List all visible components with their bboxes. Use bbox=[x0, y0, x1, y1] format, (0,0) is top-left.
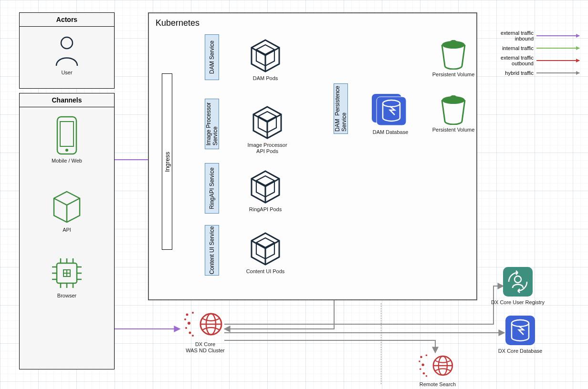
ingress-box: Ingress bbox=[162, 73, 172, 250]
legend-swatch-grey bbox=[536, 72, 579, 73]
svg-point-3 bbox=[65, 149, 68, 152]
svg-point-25 bbox=[186, 314, 189, 316]
legend-hybrid-label: hybrid traffic bbox=[505, 70, 534, 76]
remote-search-label: Remote Search bbox=[411, 381, 464, 388]
stack-icon bbox=[249, 169, 282, 205]
cluster-globe-icon bbox=[415, 352, 461, 379]
svc-dam-persist-label: DAM Persistence Service bbox=[334, 86, 347, 132]
pod-ring: RingAPI Pods bbox=[246, 169, 284, 213]
legend-ext-in: external traffic inbound bbox=[501, 30, 579, 41]
browser-label: Browser bbox=[20, 293, 114, 299]
svg-point-33 bbox=[419, 360, 420, 362]
user-registry-label: DX Core User Registry bbox=[487, 299, 549, 306]
mobile-node: Mobile / Web bbox=[20, 115, 114, 164]
actors-panel: Actors User bbox=[19, 12, 115, 89]
svg-point-36 bbox=[423, 372, 425, 375]
legend-ext-out-label: external traffic outbound bbox=[501, 55, 534, 66]
svg-point-26 bbox=[184, 318, 186, 320]
svc-img: Image Processor Service bbox=[205, 99, 219, 149]
pv1-label: Persistent Volume bbox=[430, 72, 477, 78]
ingress-label: Ingress bbox=[164, 152, 171, 172]
svc-dam-persist: DAM Persistence Service bbox=[334, 83, 348, 134]
svg-point-27 bbox=[188, 322, 190, 325]
svg-point-37 bbox=[426, 354, 428, 356]
legend-ext-out: external traffic outbound bbox=[501, 55, 579, 66]
pod-dam-label: DAM Pods bbox=[246, 75, 284, 82]
dashed-separator bbox=[381, 303, 381, 384]
legend-swatch-red bbox=[536, 60, 579, 61]
svc-ring: RingAPI Service bbox=[205, 163, 219, 214]
user-node: User bbox=[20, 34, 114, 76]
pv1: Persistent Volume bbox=[430, 40, 477, 78]
svg-point-0 bbox=[61, 37, 73, 49]
svg-point-34 bbox=[421, 363, 424, 366]
stack-icon bbox=[251, 105, 284, 140]
dx-core: DX Core WAS ND Cluster bbox=[177, 309, 234, 354]
browser-node: Browser bbox=[20, 256, 114, 299]
actors-title: Actors bbox=[20, 13, 114, 27]
svg-point-30 bbox=[192, 312, 194, 314]
legend-ext-in-label: external traffic inbound bbox=[501, 30, 534, 41]
mobile-label: Mobile / Web bbox=[20, 158, 114, 164]
pv2-label: Persistent Volume bbox=[430, 127, 477, 133]
dam-db-label: DAM Database bbox=[368, 129, 413, 135]
api-label: API bbox=[20, 227, 114, 233]
chip-icon bbox=[49, 256, 84, 291]
stack-icon bbox=[249, 231, 282, 266]
legend-swatch-purple bbox=[536, 35, 579, 36]
legend-swatch-green bbox=[536, 48, 579, 49]
svc-img-label: Image Processor Service bbox=[205, 102, 219, 146]
user-icon bbox=[52, 34, 81, 68]
dx-core-label: DX Core WAS ND Cluster bbox=[177, 341, 234, 354]
pod-img-label: Image Processor API Pods bbox=[243, 142, 291, 154]
svg-point-38 bbox=[426, 375, 428, 377]
cube-icon bbox=[51, 189, 83, 225]
channels-title: Channels bbox=[20, 93, 114, 107]
dam-db: DAM Database bbox=[368, 93, 413, 135]
svg-rect-39 bbox=[503, 267, 533, 297]
cluster-globe-icon bbox=[182, 309, 228, 339]
legend-hybrid: hybrid traffic bbox=[501, 70, 579, 76]
svg-point-28 bbox=[185, 327, 187, 329]
pod-cui-label: Content UI Pods bbox=[243, 268, 287, 275]
svc-dam-label: DAM Service bbox=[209, 41, 215, 74]
bucket-icon bbox=[439, 40, 468, 70]
svg-point-32 bbox=[420, 356, 422, 358]
dx-db-label: DX Core Database bbox=[492, 348, 549, 354]
user-sync-icon bbox=[502, 266, 534, 297]
pod-cui: Content UI Pods bbox=[243, 231, 287, 275]
kubernetes-title: Kubernetes bbox=[149, 13, 476, 33]
svg-point-35 bbox=[420, 368, 421, 370]
legend-internal-label: internal traffic bbox=[502, 45, 534, 51]
remote-search: Remote Search bbox=[411, 352, 464, 388]
api-node: API bbox=[20, 189, 114, 233]
svc-ring-label: RingAPI Service bbox=[209, 167, 215, 209]
database-icon bbox=[371, 93, 410, 127]
stack-icon bbox=[249, 38, 282, 73]
diagram-canvas: { "panels": { "actors": { "title": "Acto… bbox=[0, 0, 588, 389]
mobile-icon bbox=[54, 115, 79, 156]
pod-img: Image Processor API Pods bbox=[243, 105, 291, 154]
pod-ring-label: RingAPI Pods bbox=[246, 206, 284, 213]
dx-db: DX Core Database bbox=[492, 315, 549, 354]
channels-panel: Channels Mobile / Web API Browser bbox=[19, 93, 115, 369]
svc-cui-label: Content UI Service bbox=[209, 226, 215, 275]
svc-cui: Content UI Service bbox=[205, 225, 219, 276]
legend: external traffic inbound internal traffi… bbox=[501, 26, 579, 80]
legend-internal: internal traffic bbox=[501, 45, 579, 51]
kubernetes-box: Kubernetes bbox=[148, 12, 477, 300]
svc-dam: DAM Service bbox=[205, 34, 219, 80]
database-icon bbox=[504, 315, 536, 346]
pv2: Persistent Volume bbox=[430, 95, 477, 133]
svg-rect-2 bbox=[60, 122, 74, 146]
svg-point-29 bbox=[189, 332, 191, 334]
bucket-icon bbox=[439, 95, 468, 125]
user-label: User bbox=[20, 70, 114, 76]
pod-dam: DAM Pods bbox=[246, 38, 284, 82]
svg-point-31 bbox=[192, 335, 194, 337]
user-registry: DX Core User Registry bbox=[487, 266, 549, 306]
